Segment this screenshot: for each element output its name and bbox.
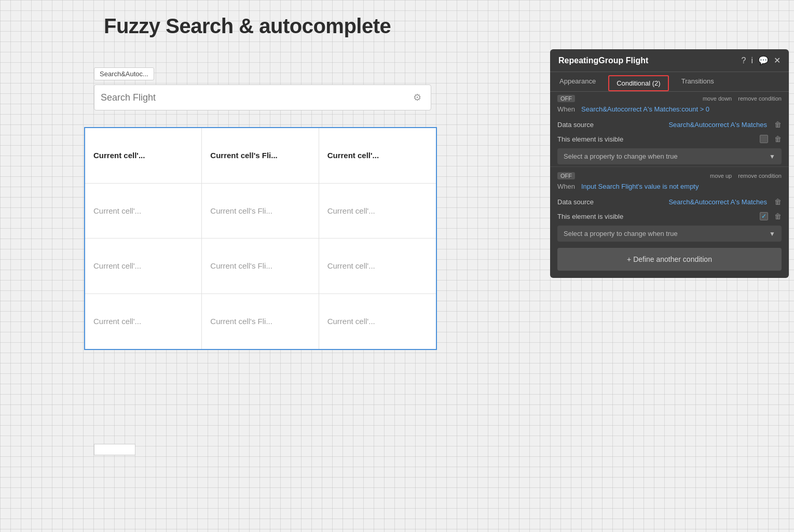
search-flight-input[interactable] [101, 92, 410, 103]
condition2-visible-delete[interactable]: 🗑 [774, 212, 782, 220]
tab-appearance[interactable]: Appearance [550, 72, 605, 91]
condition2-when-row: When Input Search Flight's value is not … [550, 180, 789, 194]
condition1-when-value[interactable]: Search&Autocorrect A's Matches:count > 0 [581, 105, 709, 113]
condition2-visible-row: This element is visible ✓ 🗑 [550, 209, 789, 223]
condition1-visible-right: 🗑 [760, 135, 782, 143]
condition2-datasource-value[interactable]: Search&Autocorrect A's Matches [668, 198, 767, 206]
gear-icon[interactable]: ⚙ [410, 90, 425, 105]
condition2-when-value[interactable]: Input Search Flight's value is not empty [581, 183, 699, 190]
search-autoc-label[interactable]: Search&Autoc... [94, 67, 154, 80]
close-icon[interactable]: ✕ [774, 55, 781, 65]
page-title: Fuzzy Search & autocomplete [104, 15, 391, 38]
condition1-header: OFF move down remove condition [550, 92, 789, 103]
list-item: Current cell's Fli... [202, 239, 319, 293]
table-row: Current cell'... Current cell's Fli... C… [85, 294, 436, 349]
tab-conditional[interactable]: Conditional (2) [608, 75, 669, 91]
table-row: Current cell'... Current cell's Fli... C… [85, 184, 436, 239]
condition2-off-badge: OFF [557, 172, 575, 179]
search-flight-container: ⚙ [94, 85, 431, 110]
table-row: Current cell'... Current cell's Fli... C… [85, 239, 436, 294]
panel-header: RepeatingGroup Flight ? i 💬 ✕ [550, 49, 789, 72]
condition1-off-badge: OFF [557, 95, 575, 102]
condition1-visible-checkbox[interactable] [760, 135, 768, 143]
list-item: Current cell'... [85, 128, 202, 183]
list-item: Current cell'... [319, 239, 436, 293]
condition2-datasource-label: Data source [557, 198, 664, 206]
list-item: Current cell'... [319, 294, 436, 349]
condition2-move-up[interactable]: move up [710, 173, 732, 179]
condition2-select-chevron: ▼ [769, 230, 775, 237]
list-item: Current cell'... [319, 184, 436, 239]
comment-icon[interactable]: 💬 [758, 55, 769, 65]
condition1-datasource-label: Data source [557, 121, 664, 129]
list-item: Current cell's Fli... [202, 294, 319, 349]
condition2-select-property[interactable]: Select a property to change when true ▼ [557, 226, 782, 242]
condition2-when-label: When [557, 183, 577, 190]
condition1-select-property-label: Select a property to change when true [564, 152, 678, 160]
condition1-move-down[interactable]: move down [703, 95, 732, 102]
define-condition-button[interactable]: + Define another condition [557, 248, 782, 271]
panel-header-icons: ? i 💬 ✕ [742, 55, 781, 65]
condition1-when-label: When [557, 105, 577, 113]
condition1-datasource-value[interactable]: Search&Autocorrect A's Matches [668, 121, 767, 129]
list-item: Current cell'... [319, 128, 436, 183]
condition2-datasource-delete[interactable]: 🗑 [774, 198, 782, 206]
condition2-actions: move up remove condition [710, 173, 782, 179]
condition1-visible-label: This element is visible [557, 135, 623, 143]
condition1-visible-delete[interactable]: 🗑 [774, 135, 782, 143]
condition2-visible-label: This element is visible [557, 213, 623, 220]
small-rect [94, 444, 135, 455]
condition2-header: OFF move up remove condition [550, 169, 789, 180]
list-item: Current cell'... [85, 184, 202, 239]
panel-tabs: Appearance Conditional (2) Transitions [550, 72, 789, 92]
condition1-when-row: When Search&Autocorrect A's Matches:coun… [550, 103, 789, 117]
condition2-select-property-label: Select a property to change when true [564, 230, 678, 237]
properties-panel: RepeatingGroup Flight ? i 💬 ✕ Appearance… [550, 49, 789, 278]
list-item: Current cell'... [85, 294, 202, 349]
condition1-actions: move down remove condition [703, 95, 782, 102]
condition1-visible-row: This element is visible 🗑 [550, 132, 789, 146]
info-icon[interactable]: i [751, 56, 753, 65]
table-row: Current cell'... Current cell's Fli... C… [85, 128, 436, 184]
condition1-select-chevron: ▼ [769, 153, 775, 160]
condition1-select-property[interactable]: Select a property to change when true ▼ [557, 148, 782, 164]
list-item: Current cell's Fli... [202, 184, 319, 239]
list-item: Current cell's Fli... [202, 128, 319, 183]
condition2-visible-right: ✓ 🗑 [760, 212, 782, 220]
tab-transitions[interactable]: Transitions [672, 72, 723, 91]
condition2-visible-checkbox[interactable]: ✓ [760, 212, 768, 220]
condition1-datasource-row: Data source Search&Autocorrect A's Match… [550, 117, 789, 132]
repeating-group: Current cell'... Current cell's Fli... C… [84, 127, 437, 350]
question-icon[interactable]: ? [742, 56, 746, 65]
divider1 [550, 166, 789, 167]
condition1-remove[interactable]: remove condition [738, 95, 782, 102]
list-item: Current cell'... [85, 239, 202, 293]
panel-title: RepeatingGroup Flight [558, 56, 648, 65]
condition2-datasource-row: Data source Search&Autocorrect A's Match… [550, 194, 789, 209]
condition2-remove[interactable]: remove condition [738, 173, 782, 179]
condition1-datasource-delete[interactable]: 🗑 [774, 120, 782, 129]
